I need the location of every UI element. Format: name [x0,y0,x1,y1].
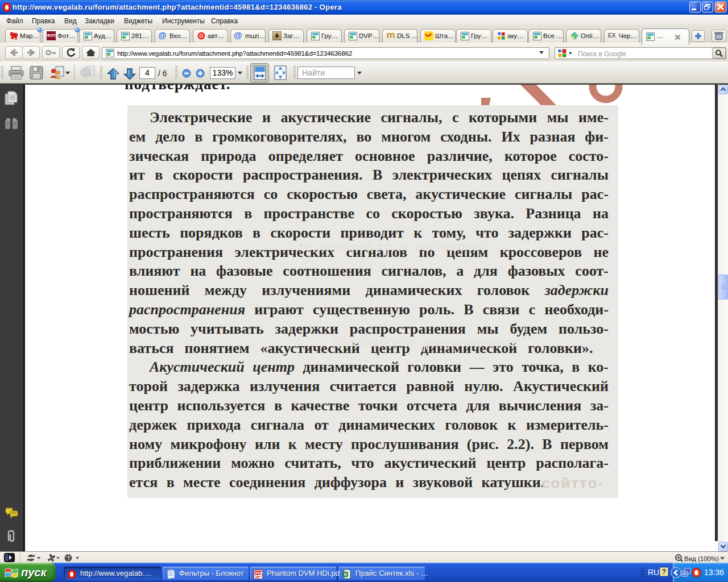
svg-text:R: R [15,37,18,40]
svg-text:PDF: PDF [255,571,263,575]
